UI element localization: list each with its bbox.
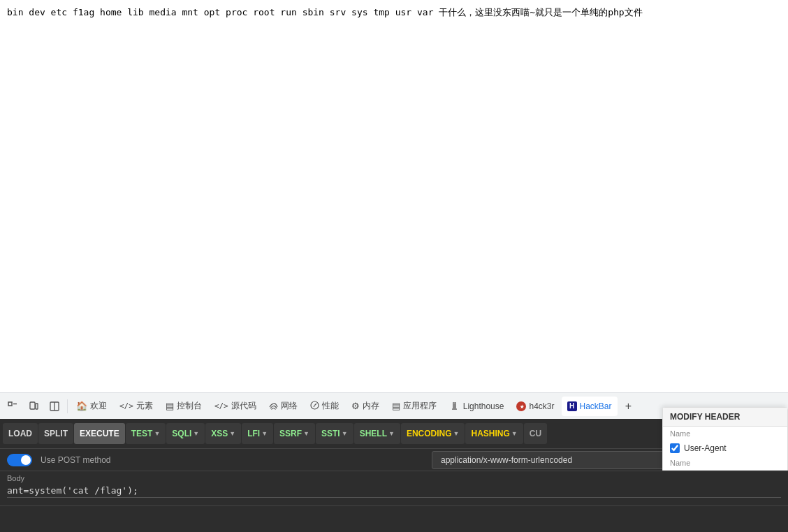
- performance-icon: [310, 401, 319, 412]
- encoding-arrow: ▼: [453, 430, 460, 437]
- ssti-button[interactable]: SSTI ▼: [316, 423, 353, 444]
- execute-button[interactable]: EXECUTE: [74, 423, 125, 444]
- svg-rect-0: [8, 402, 12, 406]
- modify-header-label-1: Name: [670, 459, 690, 467]
- svg-rect-3: [31, 403, 34, 408]
- sqli-arrow: ▼: [193, 430, 199, 437]
- modify-header-panel: MODIFY HEADER Name User-Agent Name: [662, 407, 788, 471]
- modify-header-value-0: User-Agent: [684, 443, 727, 453]
- tab-hackbar[interactable]: H HackBar: [562, 397, 618, 416]
- tab-elements[interactable]: </> 元素: [114, 397, 159, 416]
- separator: [67, 399, 68, 413]
- tab-application[interactable]: ▤ 应用程序: [386, 397, 442, 416]
- body-value: ant=system('cat /flag');: [7, 485, 138, 496]
- modify-header-row-1: User-Agent: [663, 441, 787, 456]
- lfi-arrow: ▼: [261, 430, 268, 437]
- xss-button[interactable]: XSS ▼: [205, 423, 241, 444]
- use-post-label: Use POST method: [41, 455, 111, 465]
- shell-arrow: ▼: [388, 430, 395, 437]
- home-icon: 🏠: [76, 401, 87, 411]
- h4ck3r-icon: ★: [516, 401, 526, 411]
- svg-line-8: [314, 404, 316, 406]
- bottom-bar: [0, 505, 788, 532]
- main-content: bin dev etc f1ag home lib media mnt opt …: [0, 0, 788, 392]
- memory-icon: ⚙: [351, 401, 360, 411]
- modify-header-title: MODIFY HEADER: [663, 408, 787, 427]
- test-arrow: ▼: [154, 430, 160, 437]
- network-icon: [269, 401, 278, 412]
- modify-header-row-0: Name: [663, 427, 787, 441]
- modify-header-checkbox-0[interactable]: [670, 443, 680, 453]
- load-button[interactable]: LOAD: [3, 423, 38, 444]
- tab-network[interactable]: 网络: [263, 397, 303, 416]
- hackbar-icon: H: [567, 401, 577, 411]
- shell-button[interactable]: SHELL ▼: [354, 423, 400, 444]
- console-icon: ▤: [166, 401, 174, 411]
- body-input[interactable]: ant=system('cat /flag');: [7, 484, 781, 498]
- page-output: bin dev etc f1ag home lib media mnt opt …: [7, 6, 781, 20]
- svg-rect-12: [452, 408, 457, 410]
- modify-header-label-0: Name: [670, 429, 690, 438]
- svg-line-9: [314, 405, 315, 407]
- hashing-arrow: ▼: [511, 430, 518, 437]
- tab-welcome[interactable]: 🏠 欢迎: [71, 397, 112, 416]
- device-toolbar-button[interactable]: [24, 397, 43, 416]
- add-tab-button[interactable]: +: [619, 397, 639, 416]
- tab-h4ck3r[interactable]: ★ h4ck3r: [511, 397, 560, 416]
- application-icon: ▤: [392, 401, 400, 411]
- sources-icon: </>: [214, 401, 228, 411]
- tab-console[interactable]: ▤ 控制台: [160, 397, 207, 416]
- elements-icon: </>: [119, 401, 133, 411]
- modify-header-row-2: Name: [663, 456, 787, 470]
- ssrf-arrow: ▼: [303, 430, 309, 437]
- lighthouse-icon: [449, 401, 460, 412]
- ssrf-button[interactable]: SSRF ▼: [274, 423, 315, 444]
- panel-layout-button[interactable]: [45, 397, 64, 416]
- output-text: bin dev etc f1ag home lib media mnt opt …: [7, 7, 643, 17]
- encoding-button[interactable]: ENCODING ▼: [401, 423, 465, 444]
- body-section: Body ant=system('cat /flag');: [0, 471, 788, 505]
- cu-button[interactable]: CU: [524, 423, 547, 444]
- inspect-element-button[interactable]: [3, 397, 22, 416]
- ssti-arrow: ▼: [342, 430, 348, 437]
- lfi-button[interactable]: LFI ▼: [242, 423, 273, 444]
- tab-memory[interactable]: ⚙ 内存: [346, 397, 385, 416]
- test-button[interactable]: TEST ▼: [126, 423, 166, 444]
- tab-performance[interactable]: 性能: [305, 397, 344, 416]
- xss-arrow: ▼: [229, 430, 235, 437]
- tab-sources[interactable]: </> 源代码: [209, 397, 262, 416]
- post-method-toggle[interactable]: [7, 454, 32, 466]
- sqli-button[interactable]: SQLI ▼: [166, 423, 205, 444]
- tab-lighthouse[interactable]: Lighthouse: [444, 397, 510, 416]
- body-label: Body: [7, 474, 781, 482]
- svg-text:★: ★: [520, 404, 525, 409]
- split-button[interactable]: SPLIT: [38, 423, 73, 444]
- svg-rect-4: [36, 404, 38, 409]
- hashing-button[interactable]: HASHING ▼: [465, 423, 523, 444]
